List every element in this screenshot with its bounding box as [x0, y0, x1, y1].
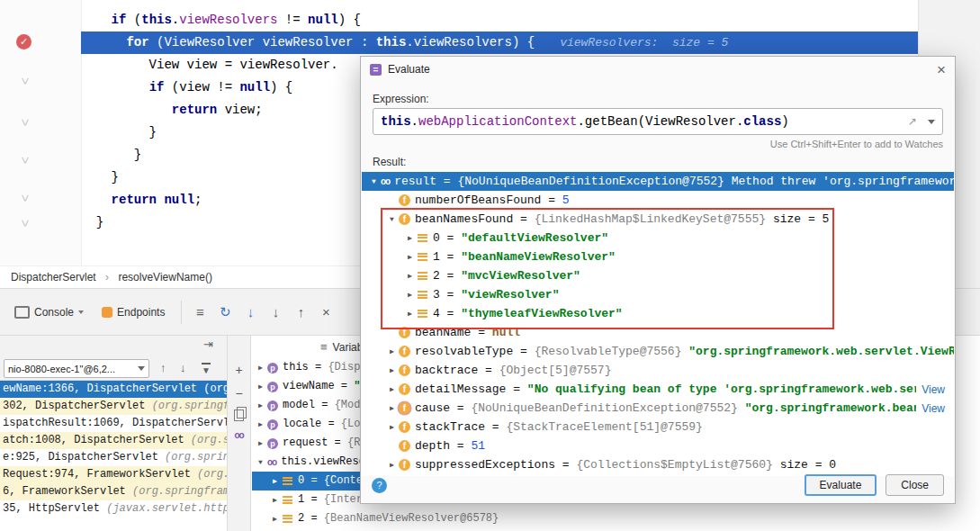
expand-toggle[interactable]: ▶ [403, 272, 417, 280]
fold-marker-icon[interactable]: > [18, 157, 32, 164]
frames-header: ⇥ nio-8080-exec-1"@6,2... ↑ ↓ ▼ [0, 336, 227, 381]
rerun-icon[interactable]: ↻ [214, 304, 236, 320]
detach-icon[interactable]: × [315, 304, 337, 320]
stack-frame[interactable]: 302, DispatcherServlet (org.springframew [0, 398, 227, 415]
evaluate-dialog: Evaluate × Expression: this.webApplicati… [360, 56, 956, 504]
array-item-icon [418, 310, 427, 318]
field-icon: f [399, 421, 410, 433]
result-tree-row[interactable]: ▶fdetailMessage = "No qualifying bean of… [362, 380, 954, 399]
next-frame-icon[interactable]: ↓ [180, 361, 186, 374]
add-to-watches-hint: Use Ctrl+Shift+Enter to add to Watches [770, 139, 943, 149]
expand-toggle[interactable]: ▶ [385, 385, 399, 393]
result-tree-row[interactable]: ▼ooresult = {NoUniqueBeanDefinitionExcep… [362, 172, 954, 191]
array-item-icon [418, 272, 427, 280]
result-tree-row[interactable]: ▶fcause = {NoUniqueBeanDefinitionExcepti… [362, 399, 954, 418]
result-tree-row[interactable]: ▶0 = "defaultViewResolver" [362, 229, 954, 248]
fold-marker-icon[interactable]: > [18, 119, 32, 126]
expand-toggle[interactable]: ▶ [268, 509, 282, 528]
chevron-down-icon[interactable] [928, 120, 935, 124]
stack-frame[interactable]: ewName:1366, DispatcherServlet (org.sp [0, 381, 227, 398]
result-tree-row[interactable]: ▶2 = "mvcViewResolver" [362, 266, 954, 285]
tab-console-label: Console [34, 306, 74, 319]
breakpoint-icon[interactable]: ✓ [16, 34, 31, 50]
expand-toggle[interactable]: ▼ [385, 215, 399, 223]
expand-toggle[interactable]: ▶ [385, 366, 399, 374]
tree-row-text: 2 = "mvcViewResolver" [433, 269, 954, 283]
parameter-icon: p [267, 382, 278, 392]
tree-row-text: numberOfBeansFound = 5 [415, 194, 954, 207]
expand-toggle[interactable]: ▶ [385, 404, 399, 412]
result-tree-row[interactable]: ▶fbacktrace = {Object[5]@7557} [362, 361, 954, 380]
evaluate-button[interactable]: Evaluate [805, 474, 877, 496]
parameter-icon: p [267, 400, 278, 411]
expand-toggle[interactable]: ▼ [367, 177, 381, 185]
expression-label: Expression: [373, 93, 429, 105]
copy-icon[interactable] [234, 410, 244, 421]
fold-marker-icon[interactable]: > [18, 220, 32, 227]
close-icon[interactable]: × [937, 62, 946, 77]
step-into-icon[interactable]: ↓ [239, 304, 261, 320]
result-tree-row[interactable]: ▶3 = "viewResolver" [362, 285, 954, 304]
expand-toggle[interactable]: ▶ [254, 377, 267, 396]
show-watches-icon[interactable]: oo [234, 430, 243, 440]
expand-toggle[interactable]: ▶ [254, 358, 267, 377]
variable-row[interactable]: ▶2 = {BeanNameViewResolver@6578} [252, 509, 522, 528]
hide-frames-filter-icon[interactable]: ▼ [202, 363, 211, 375]
expand-toggle[interactable]: ▶ [403, 291, 417, 299]
result-tree-row[interactable]: fbeanName = null [362, 323, 954, 342]
thread-selector[interactable]: nio-8080-exec-1"@6,2... [4, 359, 149, 378]
add-watch-icon[interactable]: + [235, 363, 242, 377]
tab-endpoints[interactable]: Endpoints [93, 289, 174, 335]
stack-frame[interactable]: atch:1008, DispatcherServlet (org.spring… [0, 432, 227, 449]
result-tree-row[interactable]: fnumberOfBeansFound = 5 [362, 191, 954, 210]
expand-editor-icon[interactable]: ↗ [908, 115, 917, 128]
expand-toggle[interactable]: ▶ [268, 490, 282, 509]
expand-toggle[interactable]: ▶ [403, 253, 417, 261]
step-out-icon[interactable]: ↑ [290, 304, 311, 320]
step-down-icon[interactable]: ↓ [265, 304, 286, 320]
expand-toggle[interactable]: ▶ [254, 415, 267, 434]
expand-toggle[interactable]: ▶ [254, 434, 267, 453]
expand-toggle[interactable]: ▶ [403, 310, 417, 318]
watch-icon: oo [267, 457, 276, 467]
stack-frame[interactable]: 35, HttpServlet (javax.servlet.http) [0, 500, 227, 518]
expression-input[interactable]: this.webApplicationContext.getBean(ViewR… [373, 108, 943, 135]
code-line: if (this.viewResolvers != null) { [81, 9, 918, 32]
chevron-down-icon [138, 366, 145, 371]
result-tree-row[interactable]: ▶1 = "beanNameViewResolver" [362, 248, 954, 266]
expand-toggle[interactable]: ▶ [385, 347, 399, 356]
expand-toggle[interactable]: ▶ [403, 234, 417, 242]
result-tree-row[interactable]: ▶fresolvableType = {ResolvableType@7556}… [362, 342, 954, 361]
breadcrumb-class[interactable]: DispatcherServlet [11, 271, 96, 284]
view-link[interactable]: View [916, 402, 954, 415]
help-icon[interactable] [372, 478, 387, 493]
tab-console[interactable]: Console [5, 289, 93, 335]
restore-layout-icon[interactable]: ⇥ [203, 338, 213, 351]
menu-icon[interactable]: ≡ [189, 304, 211, 320]
result-tree-row[interactable]: fdepth = 51 [362, 436, 954, 455]
dialog-titlebar[interactable]: Evaluate × [361, 57, 955, 82]
breadcrumb-method[interactable]: resolveViewName() [118, 271, 211, 284]
expand-toggle[interactable]: ▶ [268, 472, 282, 490]
tree-row-text: 4 = "thymeleafViewResolver" [433, 307, 954, 320]
close-button[interactable]: Close [886, 474, 944, 496]
expand-toggle[interactable]: ▶ [385, 423, 399, 431]
frames-panel: ⇥ nio-8080-exec-1"@6,2... ↑ ↓ ▼ ewName:1… [0, 336, 227, 531]
expression-code: this.webApplicationContext.getBean(ViewR… [381, 114, 908, 129]
fold-marker-icon[interactable]: > [18, 77, 32, 85]
fold-marker-icon[interactable]: > [18, 194, 32, 202]
expand-toggle[interactable]: ▼ [254, 453, 267, 472]
result-tree-row[interactable]: ▼fbeanNamesFound = {LinkedHashMap$Linked… [362, 210, 954, 229]
expand-toggle[interactable]: ▶ [254, 396, 267, 415]
frames-list: ewName:1366, DispatcherServlet (org.sp30… [0, 381, 227, 531]
stack-frame[interactable]: e:925, DispatcherServlet (org.springfram… [0, 449, 227, 466]
stack-frame[interactable]: 6, FrameworkServlet (org.springframewo [0, 483, 227, 500]
result-tree-row[interactable]: ▶fstackTrace = {StackTraceElement[51]@75… [362, 418, 954, 436]
stack-frame[interactable]: Request:974, FrameworkServlet (org.sprin [0, 466, 227, 483]
stack-frame[interactable]: ispatchResult:1069, DispatcherServlet (o… [0, 415, 227, 432]
remove-watch-icon[interactable]: − [235, 386, 242, 400]
previous-frame-icon[interactable]: ↑ [160, 361, 166, 374]
tree-row-text: 3 = "viewResolver" [433, 288, 954, 302]
view-link[interactable]: View [916, 383, 954, 396]
result-tree-row[interactable]: ▶4 = "thymeleafViewResolver" [362, 304, 954, 323]
